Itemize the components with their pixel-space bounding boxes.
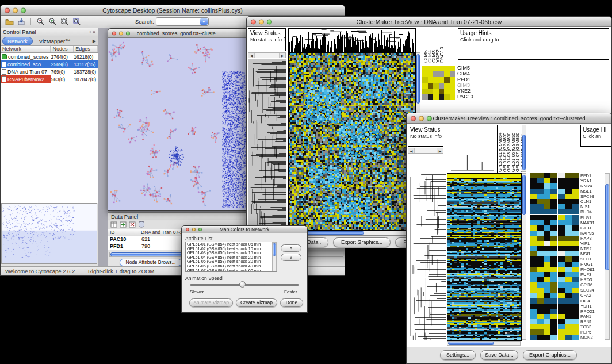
gene-label[interactable]: GTB1 <box>580 225 605 231</box>
global-heatmap-canvas[interactable] <box>447 173 522 341</box>
gene-label[interactable]: MSL1 <box>580 189 605 194</box>
minimize-window-icon[interactable] <box>259 19 264 24</box>
gene-label[interactable]: KAP95 <box>580 231 605 236</box>
column-header-network[interactable]: Network <box>1 46 51 52</box>
scroll-left-icon[interactable]: ◀ <box>248 53 254 58</box>
save-data-button[interactable]: Save Data... <box>480 350 518 360</box>
heatmap-hscrollbar[interactable] <box>447 341 521 346</box>
global-heatmap-canvas[interactable] <box>288 52 416 231</box>
move-down-button[interactable]: ∨ <box>281 254 301 261</box>
gene-label[interactable]: PFD1 <box>580 173 605 178</box>
gene-label[interactable]: PHO81 <box>580 267 605 272</box>
move-up-button[interactable]: ∧ <box>281 244 301 252</box>
tab-network[interactable]: Network <box>2 37 33 45</box>
gene-label[interactable]: VIP1 <box>580 241 605 246</box>
zoom-fit-icon[interactable] <box>59 17 70 27</box>
gene-label[interactable]: SPC98 <box>580 194 605 199</box>
gene-label[interactable]: PUF3 <box>580 272 605 277</box>
tab-vizmapper[interactable]: VizMapper™ <box>35 37 75 45</box>
gene-label[interactable]: RNR4 <box>580 183 605 189</box>
network-list-row[interactable]: RNAPuberNov2563(0)107847(0) <box>1 75 98 83</box>
column-header-edges[interactable]: Edges <box>74 46 98 52</box>
gene-label[interactable]: GIM5 <box>457 65 486 71</box>
gene-label[interactable]: HAP3 <box>580 236 605 241</box>
gene-label[interactable]: NTR2 <box>580 246 605 251</box>
scroll-right-icon[interactable]: ▶ <box>437 149 443 153</box>
network-list-row[interactable]: combined_scores2764(0)16218(0) <box>1 53 98 60</box>
gene-label[interactable]: YKE2 <box>457 88 486 94</box>
attribute-list-item[interactable]: GPL51-07 (GSM868) heat shock 60 min <box>186 269 277 272</box>
gene-label[interactable]: MAK31 <box>580 220 605 225</box>
gene-label[interactable]: PEP5 <box>580 329 605 335</box>
minimize-window-icon[interactable] <box>13 7 18 13</box>
dendro-hscrollbar[interactable]: ◀ ▶ <box>248 52 286 58</box>
network-list-row[interactable]: DNA and Tran 07769(0)183728(0) <box>1 68 98 75</box>
slider-thumb[interactable] <box>239 281 246 288</box>
export-graphics-button[interactable]: Export Graphics... <box>333 237 391 247</box>
gene-label[interactable]: RPO21 <box>580 309 605 314</box>
close-window-icon[interactable] <box>251 19 256 24</box>
gene-label[interactable]: FIG4 <box>580 298 605 304</box>
zoom-selected-icon[interactable] <box>71 17 82 27</box>
attribute-delete-icon[interactable] <box>129 220 136 230</box>
map-colors-dialog[interactable]: Map Colors to Network Attribute List GPL… <box>181 225 308 313</box>
treeview-combined-title-bar[interactable]: ClusterMaker TreeView : combined_scores_… <box>407 113 611 124</box>
column-header-id[interactable]: ID <box>108 229 139 236</box>
main-title-bar[interactable]: Cytoscape Desktop (Session Name: collins… <box>1 5 345 16</box>
minimize-window-icon[interactable] <box>192 228 196 231</box>
zoom-heatmap-canvas[interactable] <box>422 66 455 100</box>
close-panel-icon[interactable]: × <box>93 29 95 35</box>
array-dendrogram-canvas[interactable] <box>288 28 416 52</box>
close-window-icon[interactable] <box>411 116 416 121</box>
zoom-in-icon[interactable] <box>47 17 58 27</box>
zoom-window-icon[interactable] <box>126 31 130 35</box>
scroll-left-icon[interactable]: ◀ <box>408 149 414 153</box>
treeview-dna-title-bar[interactable]: ClusterMaker TreeView : DNA and Tran 07-… <box>247 17 611 27</box>
column-header-nodes[interactable]: Nodes <box>51 46 74 52</box>
gene-label[interactable]: PAC10 <box>457 94 486 99</box>
treeview-combined-window[interactable]: ClusterMaker TreeView : combined_scores_… <box>406 113 612 364</box>
gene-label[interactable]: RPN1 <box>580 319 605 324</box>
zoom-window-icon[interactable] <box>198 228 202 231</box>
zoom-out-icon[interactable] <box>35 17 45 27</box>
close-window-icon[interactable] <box>186 228 189 231</box>
close-window-icon[interactable] <box>112 31 116 35</box>
array-dendrogram-canvas[interactable] <box>447 125 498 173</box>
import-icon[interactable] <box>16 17 26 27</box>
create-vizmap-button[interactable]: Create Vizmap <box>236 298 277 307</box>
gene-label[interactable]: MSI1 <box>580 251 605 256</box>
heatmap-vscrollbar[interactable] <box>522 173 526 340</box>
scroll-right-icon[interactable]: ▶ <box>280 53 285 58</box>
zoom-window-icon[interactable] <box>267 19 272 24</box>
close-window-icon[interactable] <box>5 7 10 13</box>
gene-label[interactable]: CLN1 <box>580 199 605 204</box>
attribute-select-icon[interactable] <box>110 220 117 230</box>
gene-label[interactable]: PFD1 <box>457 76 486 82</box>
network-view-window[interactable]: combined_scores_good.txt--cluste... <box>108 28 249 211</box>
gene-label[interactable]: PAN1 <box>580 314 605 319</box>
attribute-create-icon[interactable] <box>120 220 127 230</box>
gene-label[interactable]: NIS1 <box>580 204 605 209</box>
export-graphics-button[interactable]: Export Graphics... <box>523 350 577 360</box>
gene-label[interactable]: SEC24 <box>580 288 605 293</box>
scroll-thumb[interactable] <box>416 54 420 104</box>
tab-overflow-icon[interactable]: ▶ <box>93 39 96 44</box>
gene-label[interactable]: HRD3 <box>580 277 605 282</box>
gene-label[interactable]: GIM3 <box>457 82 486 88</box>
attribute-list[interactable]: GPL51-01 (GSM854) heat shock 05 minGPL51… <box>185 242 277 272</box>
animate-vizmap-button[interactable]: Animate Vizmap <box>189 298 233 307</box>
gene-label[interactable]: MON2 <box>580 335 605 340</box>
gene-label[interactable]: YRA1 <box>580 178 605 183</box>
scroll-thumb[interactable] <box>522 175 526 215</box>
dendro-hscrollbar[interactable]: ◀ ▶ <box>408 148 443 154</box>
search-input[interactable]: ▼ <box>156 17 209 26</box>
gene-label[interactable]: HMG1 <box>580 262 605 267</box>
done-button[interactable]: Done <box>280 298 303 307</box>
scroll-thumb[interactable] <box>522 135 526 170</box>
gene-dendrogram-canvas[interactable] <box>248 59 286 229</box>
gene-label[interactable]: TCB3 <box>580 324 605 329</box>
zoom-window-icon[interactable] <box>21 7 26 13</box>
network-canvas[interactable] <box>108 38 248 210</box>
search-dropdown-icon[interactable]: ▼ <box>200 18 208 25</box>
minimize-window-icon[interactable] <box>419 116 424 121</box>
